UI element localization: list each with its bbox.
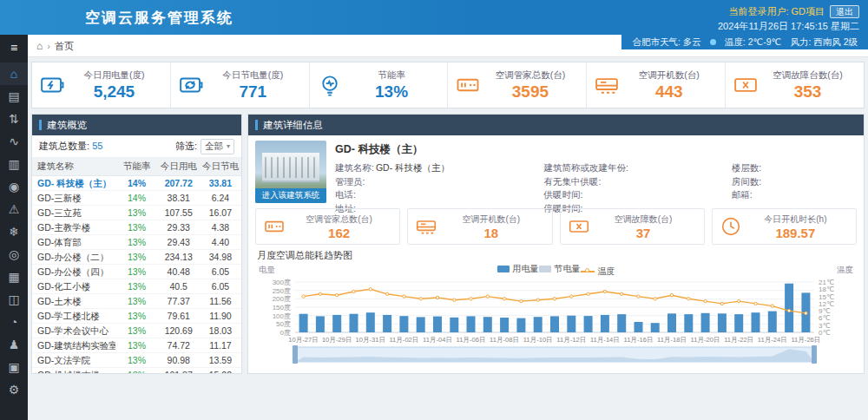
stat-card-2: 今日节电量(度)771 [171,62,310,108]
building-overview-panel: 建筑概览 建筑总数量: 55 筛选: 全部 ▾ [31,114,242,374]
top-strip: ⌂ › 首页 合肥市天气: 多云 温度: 2℃-9℃ 风力: 西南风 2级 [28,35,868,57]
filter-selected-value: 全部 [205,141,223,153]
panel-title: 建筑详细信息 [263,119,323,132]
building-filter-select[interactable]: 全部 ▾ [201,139,234,154]
svg-text:11月-02日: 11月-02日 [389,336,418,344]
weather-wind-label: 风力: 西南风 2级 [790,36,858,49]
app-title: 空调云服务管理系统 [85,8,233,28]
logout-button[interactable]: 退出 [830,5,859,18]
table-row[interactable]: GD-办公楼（四）13%40.486.05 [32,264,241,279]
stat-value: 13% [343,82,441,102]
table-row[interactable]: GD-学工楼北楼13%79.6111.90 [32,308,241,323]
legend-label: 用电量 [513,263,539,275]
ac-fault-icon [733,72,759,98]
stat-value: 5,245 [65,82,163,102]
svg-text:11月-08日: 11月-08日 [490,336,519,344]
svg-text:10月-31日: 10月-31日 [355,336,385,344]
detail-stat-card-3: 空调故障数(台)37 [560,208,705,245]
meter-icon [39,72,65,98]
legend-item-温度[interactable]: 温度 [581,266,615,278]
warning-icon[interactable]: ⚠ [0,198,28,220]
building-icon[interactable]: ▣ [0,356,28,378]
svg-text:10月-29日: 10月-29日 [322,336,352,344]
trend-icon[interactable]: ∿ [0,130,28,153]
legend-label: 节电量 [555,263,581,275]
stat-card-1: 今日用电量(度)5,245 [32,62,171,108]
table-row[interactable]: GD-化工小楼13%40.56.05 [32,279,241,293]
building-table-body: GD- 科技楼（主）14%207.7233.81GD-三新楼14%38.316.… [32,175,241,374]
stat-value: 771 [204,82,302,102]
sidebar: ≡⌂▤⇅∿▥◉⚠❄◎▦◫◔♟▣⚙ [0,35,28,420]
saving-icon [178,72,204,98]
temperature-icon [710,39,716,45]
table-row[interactable]: GD-三立苑13%107.5516.07 [32,205,241,220]
stat-card-3: 节能率13% [310,62,449,108]
weather-city-label: 合肥市天气: 多云 [632,36,700,49]
table-row[interactable]: GD-体育部13%29.434.40 [32,234,241,249]
user-icon[interactable]: ♟ [0,333,28,356]
enter-building-button[interactable]: 进入该建筑系统 [255,188,326,203]
stat-label: 空调管家总数(台) [481,69,579,82]
table-row[interactable]: GD-机械楼南楼13%101.8715.22 [32,367,241,374]
monitor-icon[interactable]: ◫ [0,288,28,311]
column-header: 今日节电 [200,158,241,175]
table-row[interactable]: GD-学术会议中心13%120.6918.03 [32,323,241,338]
svg-text:200度: 200度 [273,295,291,303]
table-row[interactable]: GD-办公楼（二）13%234.1334.98 [32,249,241,264]
stats-row: 今日用电量(度)5,245今日节电量(度)771节能率13%空调管家总数(台)3… [31,62,865,108]
table-row[interactable]: GD-主教学楼13%29.334.38 [32,220,241,234]
datazoom-handle-right[interactable] [812,345,817,364]
report-icon[interactable]: ◔ [0,311,28,333]
clock-icon [720,215,742,238]
svg-text:11月-04日: 11月-04日 [423,336,452,344]
stat-label: 节能率 [343,69,441,82]
table-row[interactable]: GD-文法学院13%90.9813.59 [32,352,241,367]
stat-card-5: 空调开机数(台)443 [587,62,726,108]
svg-text:11月-26日: 11月-26日 [791,336,820,344]
energy-chart: 0度50度100度150度200度250度300度0℃3℃6℃9℃12℃15℃1… [255,277,854,365]
stat-card-6: 空调故障台数(台)353 [726,62,864,108]
ac-manager-icon [263,215,286,238]
chart-title: 月度空调总能耗趋势图 [255,246,857,263]
stat-value: 37 [590,226,697,240]
detail-stat-card-4: 今日开机时长(h)189.57 [712,208,857,245]
building-table: 建筑名称节能率今日用电今日节电 GD- 科技楼（主）14%207.7233.81… [32,158,241,374]
panel-title: 建筑概览 [47,119,87,132]
grid-icon[interactable]: ▦ [0,266,28,288]
purify-icon[interactable]: ◎ [0,243,28,266]
device-list-icon[interactable]: ▥ [0,153,28,175]
table-row[interactable]: GD-土木楼13%77.3711.56 [32,293,241,308]
table-row[interactable]: GD-三新楼14%38.316.24 [32,190,241,205]
ac-manager-icon [455,72,481,98]
breadcrumb-separator-icon: › [47,41,50,51]
building-count-value: 55 [92,141,102,151]
home-breadcrumb-icon[interactable]: ⌂ [36,40,43,52]
building-field: 楼层数: [732,161,857,175]
home-icon[interactable]: ⌂ [0,62,28,85]
stat-label: 今日用电量(度) [65,69,163,82]
datazoom-handle-left[interactable] [293,345,298,364]
menu-icon[interactable]: ≡ [0,36,28,59]
ranking-icon[interactable]: ⇅ [0,108,28,130]
alarm-icon[interactable]: ◉ [0,175,28,198]
chevron-down-icon: ▾ [227,142,230,150]
settings-icon[interactable]: ⚙ [0,378,28,401]
cooling-icon[interactable]: ❄ [0,220,28,243]
legend-item-用电量[interactable]: 用电量 [497,263,539,275]
building-detail-info: 进入该建筑系统 GD- 科技楼（主） 建筑名称:GD- 科技楼（主）管理员:电话… [248,135,864,208]
table-row[interactable]: GD-建筑结构实验室13%74.7211.17 [32,338,241,352]
header-right: 当前登录用户: GD项目 退出 2024年11月26日 17:45:15 星期二 [718,3,868,33]
svg-text:10月-27日: 10月-27日 [288,336,319,344]
building-detail-panel: 建筑详细信息 进入该建筑系统 GD- 科技楼（主） 建筑名称:GD- 科技楼（主… [247,114,865,374]
table-row[interactable]: GD- 科技楼（主）14%207.7233.81 [32,175,241,190]
chart-block: 月度空调总能耗趋势图 电量 用电量节电量温度 温度 0度50度100度150度2… [248,245,864,369]
breadcrumb-home-link[interactable]: 首页 [55,40,74,53]
stat-label: 空调故障数(台) [590,213,697,226]
legend-item-节电量[interactable]: 节电量 [539,263,581,275]
overview-icon[interactable]: ▤ [0,85,28,108]
legend-swatch [539,266,551,272]
building-name: GD- 科技楼（主） [335,142,857,157]
building-field: 有无集中供暖: [543,175,731,189]
svg-text:11月-24日: 11月-24日 [758,336,787,344]
svg-text:3℃: 3℃ [819,322,830,330]
